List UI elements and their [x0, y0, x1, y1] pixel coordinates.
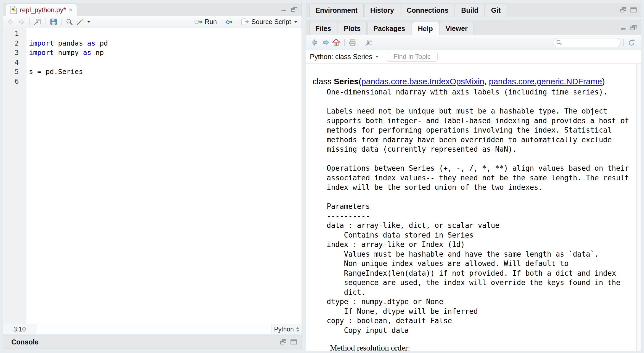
maximize-icon[interactable]	[290, 339, 297, 345]
editor-gutter: 123456	[3, 28, 26, 324]
maximize-icon[interactable]	[630, 7, 637, 13]
tab-label: Connections	[407, 6, 448, 14]
method-resolution-order-heading: Method resolution order:	[330, 343, 630, 351]
code-line[interactable]	[29, 58, 302, 67]
rerun-icon	[225, 19, 233, 25]
up-down-arrows-icon	[296, 327, 299, 332]
magic-wand-icon	[76, 18, 84, 26]
help-back-button[interactable]	[310, 38, 320, 47]
restore-icon[interactable]	[630, 24, 637, 31]
help-content: class Series(pandas.core.base.IndexOpsMi…	[306, 64, 641, 351]
forward-button[interactable]	[16, 17, 27, 27]
tab-label: Packages	[373, 25, 405, 33]
search-icon	[65, 18, 73, 26]
find-in-topic-placeholder: Find in Topic	[393, 53, 430, 60]
run-button[interactable]: Run	[193, 17, 218, 27]
editor-status-bar: 3:10 Python	[3, 324, 302, 334]
home-button[interactable]	[331, 38, 342, 48]
source-script-button[interactable]: Source Script	[240, 17, 299, 27]
open-in-new-window-icon	[33, 18, 42, 26]
restore-icon[interactable]	[291, 6, 298, 13]
code-line[interactable]	[29, 77, 302, 86]
editor-toolbar: Run Source Script	[3, 16, 302, 28]
code-line[interactable]	[29, 29, 302, 39]
help-open-in-new-window-button[interactable]	[363, 38, 374, 47]
toolbar-separator	[46, 18, 46, 25]
minimize-icon[interactable]	[281, 6, 287, 13]
tab-connections[interactable]: Connections	[401, 4, 454, 17]
tab-viewer[interactable]: Viewer	[440, 22, 474, 35]
cursor-position[interactable]: 3:10	[3, 324, 36, 334]
code-line[interactable]: import pandas as pd	[29, 39, 302, 48]
refresh-button[interactable]	[626, 38, 637, 48]
close-icon[interactable]	[68, 8, 73, 12]
editor-body: 123456 import pandas as pdimport numpy a…	[3, 28, 302, 324]
tab-files[interactable]: Files	[309, 22, 337, 35]
tab-help[interactable]: Help	[412, 22, 439, 35]
line-number: 4	[3, 58, 19, 67]
tab-plots[interactable]: Plots	[338, 22, 367, 35]
restore-icon[interactable]	[280, 339, 287, 345]
toolbar-separator	[237, 18, 237, 25]
find-button[interactable]	[64, 17, 74, 27]
code-line[interactable]: import numpy as np	[29, 48, 302, 58]
tab-label: Plots	[344, 25, 361, 33]
editor-tab-strip: repl_python.py*	[3, 3, 302, 16]
tab-packages[interactable]: Packages	[367, 22, 411, 35]
editor-code[interactable]: import pandas as pdimport numpy as nps =…	[26, 28, 302, 324]
top-tabs: EnvironmentHistoryConnectionsBuildGit	[309, 3, 507, 17]
home-icon	[332, 38, 340, 47]
toolbar-separator	[344, 39, 345, 46]
toolbar-separator	[623, 39, 624, 46]
open-in-new-window-button[interactable]	[32, 17, 43, 27]
editor-tab-label: repl_python.py*	[20, 6, 66, 14]
minimize-icon[interactable]	[620, 24, 627, 31]
tab-history[interactable]: History	[364, 4, 400, 17]
save-icon	[50, 18, 57, 26]
chevron-down-icon[interactable]	[375, 56, 379, 58]
class-name: Series	[334, 77, 359, 86]
search-icon	[556, 39, 562, 46]
docstring-body: One-dimensional ndarray with axis labels…	[327, 87, 630, 335]
base-class-link-1[interactable]: pandas.core.base.IndexOpsMixin	[361, 77, 484, 86]
tab-git[interactable]: Git	[485, 4, 507, 17]
toolbar-separator	[29, 18, 30, 25]
back-button[interactable]	[6, 17, 16, 27]
forward-icon	[18, 18, 25, 26]
refresh-icon	[627, 38, 636, 47]
help-search-input[interactable]	[553, 38, 621, 47]
base-class-link-2[interactable]: pandas.core.generic.NDFrame	[489, 77, 602, 86]
tab-label: Viewer	[446, 25, 468, 33]
help-forward-button[interactable]	[320, 38, 331, 47]
find-in-topic-input[interactable]: Find in Topic	[387, 52, 438, 62]
vertical-scrollbar[interactable]	[636, 64, 641, 351]
restore-icon[interactable]	[619, 7, 627, 13]
tab-environment[interactable]: Environment	[309, 4, 364, 17]
rerun-button[interactable]	[223, 18, 235, 26]
help-tab-strip: FilesPlotsPackagesHelpViewer	[306, 20, 641, 35]
line-number: 1	[3, 29, 19, 39]
line-number: 6	[3, 77, 19, 86]
back-icon	[311, 39, 319, 46]
topic-selector[interactable]: Python: class Series	[310, 53, 372, 61]
language-mode-selector[interactable]: Python	[272, 324, 302, 334]
tab-label: Environment	[315, 6, 358, 14]
print-button[interactable]	[347, 38, 358, 47]
line-number: 2	[3, 39, 19, 48]
tab-build[interactable]: Build	[455, 4, 485, 17]
paren-open: (	[359, 77, 361, 86]
line-number: 3	[3, 48, 19, 58]
help-toolbar	[306, 35, 641, 50]
help-pane: FilesPlotsPackagesHelpViewer	[306, 20, 641, 351]
section-navigator[interactable]	[36, 324, 272, 334]
toolbar-separator	[361, 39, 361, 46]
chevron-down-icon	[294, 21, 297, 23]
back-icon	[7, 18, 15, 26]
chevron-down-icon	[87, 21, 91, 23]
link-separator: ,	[484, 77, 489, 86]
save-button[interactable]	[48, 17, 59, 27]
code-line[interactable]: s = pd.Series	[29, 67, 302, 77]
right-tabs: FilesPlotsPackagesHelpViewer	[309, 20, 474, 35]
code-tools-button[interactable]	[74, 17, 92, 27]
editor-tab-repl-python[interactable]: repl_python.py*	[6, 4, 77, 16]
